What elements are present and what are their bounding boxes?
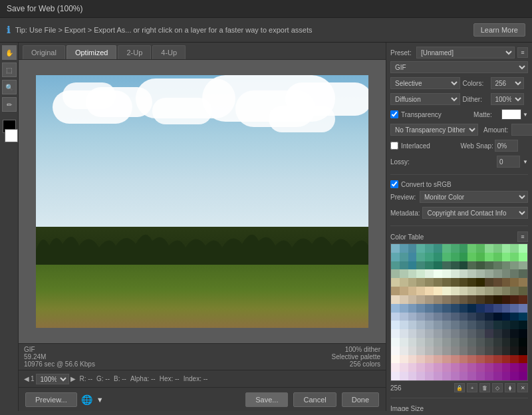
color-cell-71[interactable] xyxy=(451,278,460,287)
color-cell-125[interactable] xyxy=(502,304,511,313)
color-cell-75[interactable] xyxy=(485,278,493,287)
select-tool[interactable]: ⬚ xyxy=(2,63,17,77)
color-cell-233[interactable] xyxy=(467,363,476,372)
color-cell-58[interactable] xyxy=(476,269,485,278)
color-cell-32[interactable] xyxy=(391,261,400,270)
color-cell-156[interactable] xyxy=(493,321,502,329)
color-cell-200[interactable] xyxy=(460,346,468,355)
color-cell-8[interactable] xyxy=(460,244,468,253)
color-cell-187[interactable] xyxy=(485,338,493,346)
color-cell-84[interactable] xyxy=(425,287,434,295)
color-cell-17[interactable] xyxy=(400,253,408,261)
color-cell-79[interactable] xyxy=(519,278,527,287)
color-cell-169[interactable] xyxy=(467,329,476,338)
color-cell-176[interactable] xyxy=(391,338,400,346)
color-cell-134[interactable] xyxy=(442,313,451,321)
color-cell-253[interactable] xyxy=(502,372,511,380)
color-cell-65[interactable] xyxy=(400,278,408,287)
lossy-dropdown[interactable]: ▼ xyxy=(523,159,528,165)
color-cell-157[interactable] xyxy=(502,321,511,329)
color-cell-122[interactable] xyxy=(476,304,485,313)
color-cell-243[interactable] xyxy=(416,372,425,380)
color-cell-6[interactable] xyxy=(442,244,451,253)
web-color-icon[interactable]: ⧫ xyxy=(505,383,515,392)
color-cell-164[interactable] xyxy=(425,329,434,338)
matte-dropdown[interactable]: ▼ xyxy=(523,112,528,118)
color-cell-22[interactable] xyxy=(442,253,451,261)
color-cell-228[interactable] xyxy=(425,363,434,372)
color-cell-171[interactable] xyxy=(485,329,493,338)
color-cell-97[interactable] xyxy=(400,295,408,304)
color-cell-39[interactable] xyxy=(451,261,460,270)
color-cell-148[interactable] xyxy=(425,321,434,329)
zoom-select[interactable]: 100%50%200% xyxy=(36,374,69,384)
convert-srgb-checkbox[interactable] xyxy=(390,180,398,188)
color-cell-2[interactable] xyxy=(408,244,417,253)
color-cell-152[interactable] xyxy=(460,321,468,329)
color-cell-24[interactable] xyxy=(460,253,468,261)
color-cell-126[interactable] xyxy=(510,304,519,313)
color-cell-237[interactable] xyxy=(502,363,511,372)
format-select[interactable]: GIF xyxy=(390,61,528,73)
color-cell-11[interactable] xyxy=(485,244,493,253)
color-cell-100[interactable] xyxy=(425,295,434,304)
remove-icon[interactable]: ✕ xyxy=(517,383,528,392)
color-cell-207[interactable] xyxy=(519,346,527,355)
color-cell-85[interactable] xyxy=(434,287,442,295)
color-cell-211[interactable] xyxy=(416,355,425,364)
color-cell-110[interactable] xyxy=(510,295,519,304)
color-cell-29[interactable] xyxy=(502,253,511,261)
zoom-tool[interactable]: 🔍 xyxy=(2,80,17,94)
color-cell-18[interactable] xyxy=(408,253,417,261)
color-cell-42[interactable] xyxy=(476,261,485,270)
color-cell-165[interactable] xyxy=(434,329,442,338)
learn-more-button[interactable]: Learn More xyxy=(473,23,525,37)
preset-select[interactable]: [Unnamed] xyxy=(416,47,515,59)
color-cell-102[interactable] xyxy=(442,295,451,304)
eyedropper-tool[interactable]: ✏ xyxy=(2,97,17,112)
nav-next[interactable]: ▶ xyxy=(70,375,76,382)
color-cell-230[interactable] xyxy=(442,363,451,372)
color-cell-206[interactable] xyxy=(510,346,519,355)
color-cell-103[interactable] xyxy=(451,295,460,304)
color-cell-36[interactable] xyxy=(425,261,434,270)
color-cell-179[interactable] xyxy=(416,338,425,346)
color-cell-238[interactable] xyxy=(510,363,519,372)
color-cell-47[interactable] xyxy=(519,261,527,270)
color-cell-49[interactable] xyxy=(400,269,408,278)
color-cell-196[interactable] xyxy=(425,346,434,355)
colors-select[interactable]: 256 xyxy=(491,77,524,89)
interlaced-checkbox[interactable] xyxy=(390,142,398,150)
color-cell-168[interactable] xyxy=(460,329,468,338)
color-cell-123[interactable] xyxy=(485,304,493,313)
color-cell-90[interactable] xyxy=(476,287,485,295)
color-cell-20[interactable] xyxy=(425,253,434,261)
color-cell-120[interactable] xyxy=(460,304,468,313)
color-cell-166[interactable] xyxy=(442,329,451,338)
color-cell-213[interactable] xyxy=(434,355,442,364)
color-cell-80[interactable] xyxy=(391,287,400,295)
color-cell-3[interactable] xyxy=(416,244,425,253)
color-cell-12[interactable] xyxy=(493,244,502,253)
dither-select[interactable]: Diffusion xyxy=(390,93,460,105)
color-cell-186[interactable] xyxy=(476,338,485,346)
transparency-dither-select[interactable]: No Transparency Dither xyxy=(390,124,478,136)
color-cell-53[interactable] xyxy=(434,269,442,278)
color-cell-136[interactable] xyxy=(460,313,468,321)
color-cell-247[interactable] xyxy=(451,372,460,380)
color-cell-203[interactable] xyxy=(485,346,493,355)
color-cell-34[interactable] xyxy=(408,261,417,270)
color-cell-170[interactable] xyxy=(476,329,485,338)
cancel-button[interactable]: Cancel xyxy=(293,392,336,407)
color-cell-208[interactable] xyxy=(391,355,400,364)
color-cell-83[interactable] xyxy=(416,287,425,295)
color-cell-224[interactable] xyxy=(391,363,400,372)
color-cell-72[interactable] xyxy=(460,278,468,287)
color-cell-219[interactable] xyxy=(485,355,493,364)
color-cell-62[interactable] xyxy=(510,269,519,278)
color-cell-178[interactable] xyxy=(408,338,417,346)
color-cell-9[interactable] xyxy=(467,244,476,253)
color-cell-112[interactable] xyxy=(391,304,400,313)
hand-tool[interactable]: ✋ xyxy=(2,45,17,60)
color-cell-242[interactable] xyxy=(408,372,417,380)
